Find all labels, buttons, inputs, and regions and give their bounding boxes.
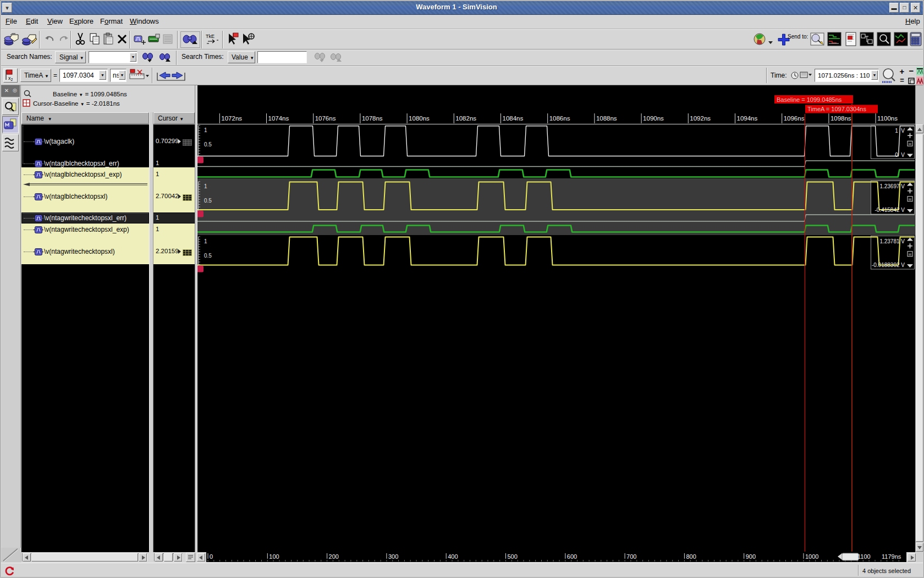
svg-text:300: 300 <box>388 553 398 560</box>
svg-text:700: 700 <box>626 553 636 560</box>
svg-text:1100ns: 1100ns <box>877 115 898 122</box>
svg-text:TkE: TkE <box>206 34 215 39</box>
svg-text:1 V: 1 V <box>895 128 905 134</box>
svg-text:0 V: 0 V <box>895 152 905 158</box>
svg-text:TimeA = 1097.0304ns: TimeA = 1097.0304ns <box>807 106 866 112</box>
svg-text:200: 200 <box>329 553 339 560</box>
svg-text:Baseline = 1099.0485ns: Baseline = 1099.0485ns <box>777 96 842 103</box>
svg-text:0.5: 0.5 <box>204 141 212 148</box>
svg-text:0: 0 <box>210 553 213 560</box>
svg-text:1179ns: 1179ns <box>882 553 901 560</box>
svg-text:900: 900 <box>746 553 756 560</box>
svg-text:1076ns: 1076ns <box>315 115 336 122</box>
svg-text:1000: 1000 <box>805 553 818 560</box>
svg-text:1.23697 V: 1.23697 V <box>879 183 905 189</box>
svg-text:0.5: 0.5 <box>204 253 212 259</box>
svg-text:1080ns: 1080ns <box>409 115 430 122</box>
svg-text:1090ns: 1090ns <box>643 115 664 122</box>
svg-text:1084ns: 1084ns <box>503 115 524 122</box>
svg-text:1094ns: 1094ns <box>737 115 758 122</box>
svg-text:500: 500 <box>508 553 518 560</box>
svg-text:1078ns: 1078ns <box>362 115 383 122</box>
svg-text:1: 1 <box>204 183 207 189</box>
svg-text:1082ns: 1082ns <box>455 115 476 122</box>
svg-text:1.23781 V: 1.23781 V <box>879 238 905 244</box>
svg-text:1092ns: 1092ns <box>690 115 711 122</box>
svg-text:1088ns: 1088ns <box>596 115 617 122</box>
svg-text:1086ns: 1086ns <box>549 115 570 122</box>
svg-text:1096ns: 1096ns <box>784 115 805 122</box>
svg-text:1074ns: 1074ns <box>268 115 289 122</box>
svg-text:800: 800 <box>686 553 696 560</box>
svg-text:-0.0188302 V: -0.0188302 V <box>872 262 905 268</box>
svg-text:1072ns: 1072ns <box>221 115 242 122</box>
svg-text:1100: 1100 <box>857 553 871 560</box>
svg-text:400: 400 <box>448 553 458 560</box>
svg-text:1: 1 <box>204 127 207 133</box>
svg-text:1098ns: 1098ns <box>831 115 851 122</box>
svg-text:x2: x2 <box>8 75 13 81</box>
svg-text:1: 1 <box>204 238 207 244</box>
svg-text:0.5: 0.5 <box>204 198 212 204</box>
svg-text:100: 100 <box>269 553 279 560</box>
svg-text:600: 600 <box>567 553 577 560</box>
svg-text:-0.415842 V: -0.415842 V <box>875 207 905 213</box>
